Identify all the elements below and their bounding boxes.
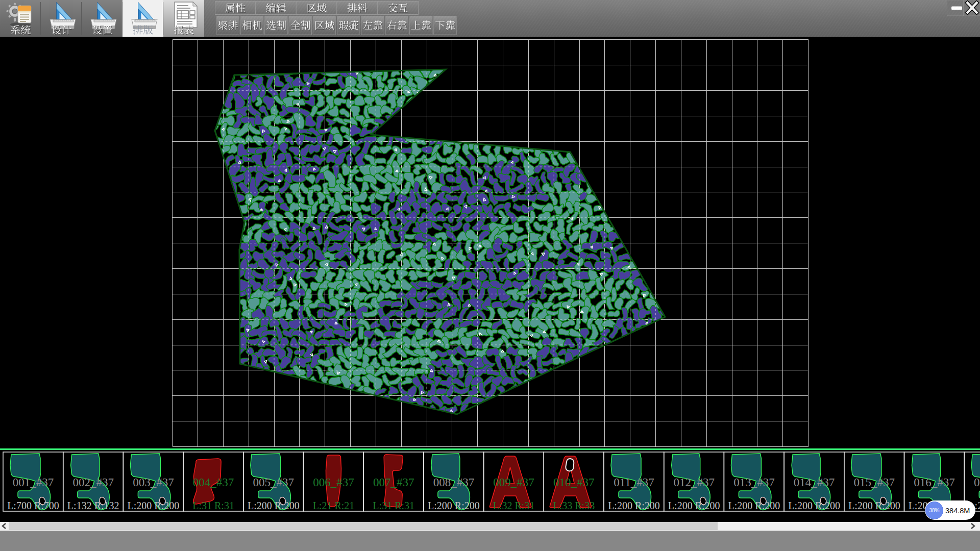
svg-text:L:700 R:700: L:700 R:700	[7, 500, 59, 511]
svg-text:L:200 R:200: L:200 R:200	[128, 500, 180, 511]
svg-text:L:32 R:31: L:32 R:31	[493, 500, 535, 511]
svg-text:014_#37: 014_#37	[794, 476, 835, 489]
svg-text:015_#37: 015_#37	[854, 476, 895, 489]
svg-text:012_#37: 012_#37	[673, 476, 715, 489]
svg-text:L:21 R:21: L:21 R:21	[313, 500, 355, 511]
svg-text:L:200 R:200: L:200 R:200	[848, 500, 900, 511]
svg-text:L:132 R:132: L:132 R:132	[67, 500, 119, 511]
svg-text:004_#37: 004_#37	[193, 476, 234, 489]
svg-text:017_#37: 017_#37	[974, 476, 980, 489]
svg-text:L:200 R:200: L:200 R:200	[788, 500, 840, 511]
svg-text:005_#37: 005_#37	[253, 476, 295, 489]
svg-text:007_#37: 007_#37	[373, 476, 414, 489]
svg-text:L:200 R:200: L:200 R:200	[248, 500, 300, 511]
svg-text:L:200 R:200: L:200 R:200	[728, 500, 780, 511]
svg-text:L:200 R:200: L:200 R:200	[428, 500, 480, 511]
svg-text:009_#37: 009_#37	[493, 476, 534, 489]
svg-text:L:33 R:33: L:33 R:33	[553, 500, 595, 511]
svg-text:002_#37: 002_#37	[72, 476, 114, 489]
svg-text:L:200 R:200: L:200 R:200	[668, 500, 720, 511]
svg-text:008_#37: 008_#37	[433, 476, 475, 489]
svg-text:003_#37: 003_#37	[133, 476, 174, 489]
svg-text:001_#37: 001_#37	[13, 476, 54, 489]
svg-text:L:31 R:31: L:31 R:31	[373, 500, 414, 511]
svg-text:L:200 R:200: L:200 R:200	[608, 500, 660, 511]
svg-text:013_#37: 013_#37	[733, 476, 775, 489]
svg-text:016_#37: 016_#37	[914, 476, 955, 489]
svg-text:011_#37: 011_#37	[614, 476, 654, 489]
svg-text:006_#37: 006_#37	[313, 476, 354, 489]
svg-text:010_#37: 010_#37	[553, 476, 595, 489]
svg-text:L:31 R:31: L:31 R:31	[192, 500, 234, 511]
